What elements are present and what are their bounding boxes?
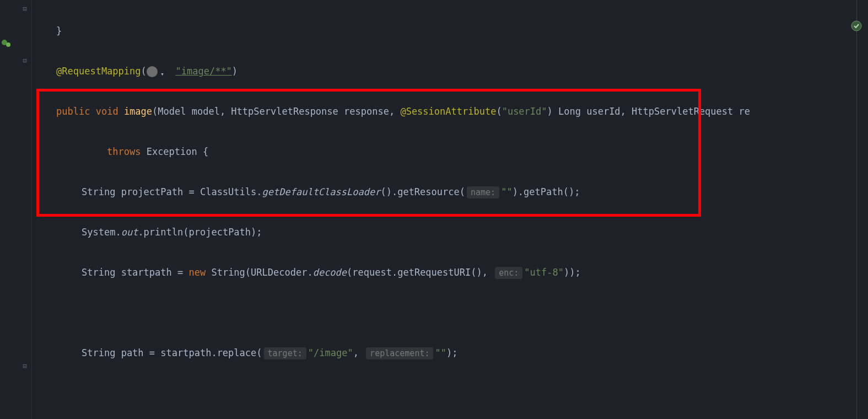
code-line[interactable]: throws Exception {	[32, 143, 868, 161]
fold-minus-icon[interactable]: ⊟	[20, 362, 29, 370]
editor-gutter[interactable]: ⊟ ⊟ ⊟	[0, 0, 32, 419]
code-editor[interactable]: } @RequestMapping( "image/**") public vo…	[32, 0, 868, 419]
param-hint-target: target:	[264, 347, 306, 359]
code-line[interactable]: @RequestMapping( "image/**")	[32, 62, 868, 80]
closing-brace: }	[39, 25, 62, 36]
code-line[interactable]: String projectPath = ClassUtils.getDefau…	[32, 183, 868, 201]
param-hint-name: name:	[467, 186, 499, 198]
param-hint-enc: enc:	[495, 267, 522, 279]
code-line[interactable]: public void image(Model model, HttpServl…	[32, 103, 868, 121]
method-name-image: image	[124, 106, 152, 117]
implementation-marker-icon[interactable]	[850, 19, 865, 35]
fold-minus-icon[interactable]: ⊟	[20, 4, 29, 13]
code-line[interactable]: }	[32, 22, 868, 40]
svg-point-2	[851, 21, 861, 31]
code-line[interactable]: String path = startpath.replace(target:"…	[32, 344, 868, 362]
fold-minus-icon[interactable]: ⊟	[20, 56, 29, 65]
request-mapping-annotation: @RequestMapping	[56, 66, 141, 77]
param-hint-replacement: replacement:	[366, 347, 433, 359]
code-line-empty[interactable]	[32, 304, 868, 322]
right-margin-line	[856, 0, 857, 419]
wechat-plugin-icon[interactable]	[1, 39, 11, 49]
session-attribute-annotation: @SessionAttribute	[400, 106, 496, 117]
code-line[interactable]: String startpath = new String(URLDecoder…	[32, 264, 868, 282]
svg-point-1	[6, 42, 10, 47]
globe-icon[interactable]	[147, 66, 158, 77]
url-pattern-string: "image/**"	[176, 66, 232, 77]
code-line[interactable]: System.out.println(projectPath);	[32, 223, 868, 241]
code-line-empty[interactable]	[32, 384, 868, 402]
